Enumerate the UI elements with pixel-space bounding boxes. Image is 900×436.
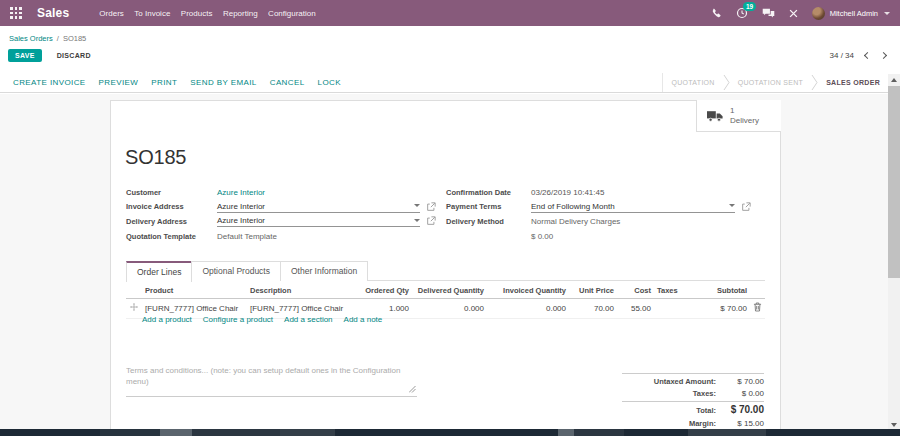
taxes-label: Taxes: (693, 389, 716, 398)
send-by-email-button[interactable]: SEND BY EMAIL (190, 78, 256, 87)
scrollbar-thumb[interactable] (888, 86, 900, 278)
col-ordered-qty[interactable]: Ordered Qty (357, 284, 412, 299)
status-quotation-sent[interactable]: QUOTATION SENT (730, 73, 811, 92)
payment-terms-label: Payment Terms (446, 202, 531, 211)
payment-terms-field[interactable]: End of Following Month (531, 201, 735, 213)
quotation-template-label: Quotation Template (126, 232, 217, 241)
internal-link-icon[interactable] (741, 202, 751, 212)
col-unit-price[interactable]: Unit Price (569, 284, 617, 299)
order-title: SO185 (125, 146, 186, 169)
col-product[interactable]: Product (142, 284, 247, 299)
cell-subtotal[interactable]: $ 70.00 (692, 299, 750, 319)
add-a-note-link[interactable]: Add a note (344, 315, 383, 324)
cell-cost[interactable]: 55.00 (617, 299, 654, 319)
field-groups: Customer Azure Interior Invoice Address … (126, 185, 765, 243)
apps-menu-icon[interactable] (10, 7, 22, 19)
status-arrow-icon (811, 73, 818, 92)
odoo-app: Sales Orders To Invoice Products Reporti… (0, 0, 900, 436)
scroll-up-icon[interactable] (891, 78, 897, 82)
col-invoiced-qty[interactable]: Invoiced Quantity (487, 284, 569, 299)
truck-icon (707, 110, 723, 122)
save-button[interactable]: SAVE (8, 49, 42, 62)
menu-products[interactable]: Products (181, 9, 213, 18)
phone-icon[interactable] (711, 8, 722, 19)
menu-reporting[interactable]: Reporting (223, 9, 258, 18)
cell-delivered-qty[interactable]: 0.000 (412, 299, 487, 319)
status-arrow-icon (723, 73, 730, 92)
breadcrumb: Sales Orders / SO185 (0, 31, 86, 45)
add-a-product-link[interactable]: Add a product (142, 315, 192, 324)
col-subtotal[interactable]: Subtotal (692, 284, 750, 299)
activity-badge: 19 (743, 2, 755, 11)
col-delivered-qty[interactable]: Delivered Quantity (412, 284, 487, 299)
activity-icon[interactable]: 19 (736, 7, 748, 19)
app-title[interactable]: Sales (37, 6, 69, 20)
cell-taxes[interactable] (654, 299, 692, 319)
discard-button[interactable]: DISCARD (50, 49, 98, 62)
order-lines-table: Product Description Ordered Qty Delivere… (126, 284, 765, 319)
margin-row: Margin: $ 15.00 (622, 417, 764, 429)
untaxed-amount-row: Untaxed Amount: $ 70.00 (622, 373, 764, 388)
configure-a-product-link[interactable]: Configure a product (203, 315, 273, 324)
vertical-scrollbar[interactable] (888, 74, 900, 436)
tab-order-lines[interactable]: Order Lines (126, 261, 192, 282)
delivery-method-amount: $ 0.00 (531, 232, 553, 241)
nav-menus: Orders To Invoice Products Reporting Con… (99, 9, 315, 18)
col-description[interactable]: Description (247, 284, 357, 299)
preview-button[interactable]: PREVIEW (99, 78, 139, 87)
col-taxes[interactable]: Taxes (654, 284, 692, 299)
form-sheet: 1 Delivery SO185 Customer Azure Interior… (110, 100, 781, 436)
top-navbar: Sales Orders To Invoice Products Reporti… (0, 0, 900, 26)
quotation-template-value: Default Template (217, 232, 277, 241)
messages-icon[interactable] (762, 8, 775, 19)
tab-optional-products[interactable]: Optional Products (191, 261, 281, 281)
breadcrumb-sales-orders[interactable]: Sales Orders (9, 34, 53, 43)
tab-other-information[interactable]: Other Information (280, 261, 368, 281)
dropdown-caret-icon[interactable] (414, 204, 420, 207)
delivery-address-field[interactable]: Azure Interior (217, 215, 420, 227)
status-bar: QUOTATION QUOTATION SENT SALES ORDER (662, 73, 888, 92)
debug-icon[interactable] (789, 9, 798, 18)
cell-unit-price[interactable]: 70.00 (569, 299, 617, 319)
taxes-row: Taxes: $ 0.00 (622, 388, 764, 400)
internal-link-icon[interactable] (426, 202, 436, 212)
lock-button[interactable]: LOCK (318, 78, 341, 87)
customer-value[interactable]: Azure Interior (217, 188, 265, 197)
cell-invoiced-qty[interactable]: 0.000 (487, 299, 569, 319)
delete-line-icon[interactable] (750, 299, 765, 319)
delivery-method-label: Delivery Method (446, 217, 531, 226)
user-menu[interactable]: Mitchell Admin (812, 7, 890, 20)
scroll-down-icon[interactable] (891, 423, 897, 427)
invoice-address-field[interactable]: Azure Interior (217, 201, 420, 213)
field-group-left: Customer Azure Interior Invoice Address … (126, 185, 446, 243)
cancel-button[interactable]: CANCEL (270, 78, 305, 87)
pager-next-icon[interactable] (880, 52, 887, 59)
resize-handle-icon[interactable] (409, 379, 416, 397)
menu-orders[interactable]: Orders (99, 9, 123, 18)
col-cost[interactable]: Cost (617, 284, 654, 299)
internal-link-icon[interactable] (426, 216, 436, 226)
terms-textarea[interactable] (126, 365, 417, 397)
status-sales-order[interactable]: SALES ORDER (818, 73, 888, 92)
invoice-address-label: Invoice Address (126, 202, 217, 211)
control-panel-buttons: SAVE DISCARD (0, 49, 98, 62)
delivery-address-label: Delivery Address (126, 217, 217, 226)
delivery-count: 1 (730, 106, 759, 116)
add-a-section-link[interactable]: Add a section (284, 315, 332, 324)
pager-previous-icon[interactable] (864, 52, 871, 59)
margin-label: Margin: (689, 419, 716, 428)
delivery-label: Delivery (730, 116, 759, 126)
table-header-row: Product Description Ordered Qty Delivere… (126, 284, 765, 299)
menu-to-invoice[interactable]: To Invoice (134, 9, 170, 18)
drag-handle-icon[interactable] (126, 299, 142, 319)
print-button[interactable]: PRINT (151, 78, 177, 87)
status-quotation[interactable]: QUOTATION (663, 73, 722, 92)
delivery-stat-button[interactable]: 1 Delivery (696, 100, 781, 132)
chevron-down-icon (884, 12, 890, 15)
menu-configuration[interactable]: Configuration (268, 9, 316, 18)
confirmation-date-label: Confirmation Date (446, 188, 531, 197)
create-invoice-button[interactable]: CREATE INVOICE (13, 78, 86, 87)
dropdown-caret-icon[interactable] (414, 219, 420, 222)
dropdown-caret-icon[interactable] (729, 204, 735, 207)
pager: 34 / 34 (830, 51, 886, 60)
